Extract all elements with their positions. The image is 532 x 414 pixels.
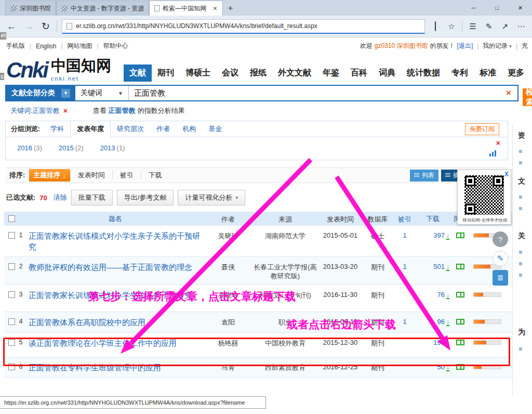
read-online-icon[interactable] bbox=[456, 292, 464, 297]
remove-filter-icon[interactable]: × bbox=[63, 107, 68, 115]
result-title-link[interactable]: 正面管教在专科学生班级管理中的应用 bbox=[26, 362, 204, 373]
share-icon[interactable]: ↗ bbox=[499, 22, 511, 31]
tab-shenzhen-library[interactable]: 深圳图书馆 bbox=[5, 1, 56, 16]
cited-count-link[interactable] bbox=[393, 290, 416, 291]
feedback-pencil-icon[interactable]: ✎ bbox=[493, 251, 508, 266]
read-online-icon[interactable] bbox=[456, 340, 464, 345]
facet-tab-fund[interactable]: 基金 bbox=[202, 121, 228, 137]
search-button[interactable]: 检索 bbox=[523, 88, 532, 106]
header-database[interactable]: 数据库 bbox=[362, 214, 393, 224]
author-link[interactable]: 聂侠 bbox=[204, 262, 252, 272]
tab-cnki-search[interactable]: 检索—中国知网 ✕ bbox=[149, 1, 222, 16]
year-link[interactable]: 2015 bbox=[59, 144, 74, 152]
metrics-analysis-button[interactable]: 计量可视化分析 ▾ bbox=[178, 190, 245, 205]
read-cell[interactable] bbox=[449, 290, 471, 297]
mobile-version-link[interactable]: 手机版 bbox=[6, 42, 25, 50]
help-center-link[interactable]: 帮助中心 bbox=[92, 42, 128, 50]
nav-item-literature[interactable]: 文献 bbox=[124, 64, 152, 82]
english-link[interactable]: English bbox=[25, 43, 56, 50]
sort-by-cited[interactable]: 被引 bbox=[112, 171, 141, 180]
author-link[interactable]: 吴晓玲 bbox=[204, 290, 252, 300]
read-online-icon[interactable] bbox=[456, 264, 464, 269]
read-online-icon[interactable] bbox=[456, 232, 464, 238]
forward-button[interactable]: → bbox=[22, 21, 35, 32]
close-tab-icon[interactable]: ✕ bbox=[212, 5, 217, 12]
nav-item-conferences[interactable]: 会议 bbox=[216, 64, 244, 82]
nav-item-yearbooks[interactable]: 年鉴 bbox=[317, 64, 345, 82]
read-cell[interactable] bbox=[449, 362, 471, 370]
nav-item-statistics[interactable]: 统计数据 bbox=[401, 64, 446, 82]
header-source[interactable]: 来源 bbox=[252, 214, 318, 224]
cnki-logo[interactable]: Cnki 中国知网 cnki.net bbox=[6, 58, 124, 83]
new-tab-button[interactable]: + bbox=[223, 1, 238, 16]
result-title-link[interactable]: 教师批评权的有效运用——基于正面管教的理念 bbox=[26, 262, 204, 273]
result-title-link[interactable]: 正面管教家长训练模式对小学生亲子关系的干预研究 bbox=[26, 230, 204, 252]
read-cell[interactable] bbox=[449, 230, 471, 238]
author-link[interactable]: 袁阳 bbox=[204, 317, 252, 327]
source-link[interactable]: 西部素质教育 bbox=[252, 362, 318, 372]
read-cell[interactable] bbox=[449, 338, 471, 345]
cited-count-link[interactable]: 1 bbox=[393, 317, 416, 326]
cited-count-link[interactable] bbox=[393, 338, 416, 339]
rail-item[interactable]: 关 bbox=[518, 231, 525, 241]
clear-selection-link[interactable]: 清除 bbox=[54, 193, 67, 202]
category-dropdown[interactable]: 文献全部分类 ▼ bbox=[6, 86, 75, 100]
field-select[interactable]: 关键词 ▼ bbox=[75, 86, 129, 100]
read-online-icon[interactable] bbox=[456, 319, 464, 325]
header-title[interactable]: 题名 bbox=[26, 213, 204, 224]
clear-search-icon[interactable]: × bbox=[506, 88, 511, 98]
sitemap-link[interactable]: 网站地图 bbox=[56, 42, 92, 50]
source-link[interactable]: 职业 bbox=[252, 317, 318, 327]
web-note-icon[interactable]: ✎ bbox=[483, 22, 495, 31]
download-cell[interactable]: 195↓ bbox=[416, 338, 449, 347]
source-link[interactable]: 长春工业大学学报(高教研究版) bbox=[252, 262, 318, 280]
more-icon[interactable]: ⋯ bbox=[515, 22, 527, 31]
header-downloads[interactable]: 下载 bbox=[416, 214, 449, 224]
year-facet[interactable]: 2016(3) bbox=[17, 144, 42, 152]
download-cell[interactable]: 501↓ bbox=[416, 262, 449, 271]
cited-count-link[interactable]: 1 bbox=[393, 262, 416, 270]
nav-item-journals[interactable]: 期刊 bbox=[152, 64, 180, 82]
tab-chinese-resources[interactable]: 中文资源 - 数字资源 - 资源 bbox=[56, 1, 149, 16]
favorite-star-icon[interactable]: ☆ bbox=[446, 22, 457, 31]
back-button[interactable]: ← bbox=[5, 21, 18, 32]
sort-by-downloads[interactable]: 下载 bbox=[141, 171, 169, 180]
select-all-checkbox[interactable] bbox=[8, 215, 15, 222]
cited-count-link[interactable] bbox=[393, 362, 416, 363]
clipboard-list-icon[interactable]: ≣ bbox=[493, 270, 508, 286]
minimize-button[interactable]: ─ bbox=[462, 0, 485, 16]
read-cell[interactable] bbox=[449, 317, 471, 325]
row-checkbox[interactable] bbox=[8, 364, 15, 370]
result-title-link[interactable]: 谈正面管教理论在小学班主任工作中的应用 bbox=[26, 338, 204, 348]
close-button[interactable]: ✕ bbox=[509, 0, 532, 16]
index-analysis-term[interactable]: 正面管教 bbox=[109, 106, 136, 115]
address-bar[interactable]: er.szlib.org.cn/rwt/331/http/NNYHGLUDN3W… bbox=[62, 19, 425, 34]
free-subscribe-button[interactable]: 免费订阅 bbox=[465, 123, 499, 135]
my-records-menu[interactable]: 我的记录 bbox=[483, 42, 512, 50]
download-cell[interactable]: 50↓ bbox=[416, 362, 449, 371]
author-link[interactable]: 吴晓玲 bbox=[204, 230, 252, 241]
logout-link[interactable]: [退出] bbox=[457, 42, 473, 50]
sort-by-date[interactable]: 发表时间 bbox=[70, 171, 112, 180]
header-date[interactable]: 发表时间 bbox=[318, 214, 362, 224]
facet-tab-subject[interactable]: 学科 bbox=[44, 121, 70, 137]
row-checkbox[interactable] bbox=[8, 263, 15, 270]
row-checkbox[interactable] bbox=[8, 232, 15, 239]
header-cited[interactable]: 被引 bbox=[393, 214, 416, 224]
row-checkbox[interactable] bbox=[8, 339, 15, 346]
facet-tab-author[interactable]: 作者 bbox=[150, 121, 176, 137]
rail-item[interactable]: 文 bbox=[518, 177, 525, 186]
rail-item[interactable]: 资 bbox=[518, 131, 525, 140]
source-link[interactable]: 湖南师范大学 bbox=[252, 230, 318, 240]
batch-download-button[interactable]: 批量下载 bbox=[71, 190, 113, 205]
year-link[interactable]: 2016 bbox=[17, 144, 32, 152]
hub-icon[interactable]: ☰ bbox=[467, 22, 478, 31]
nav-item-standards[interactable]: 标准 bbox=[474, 64, 502, 82]
search-input[interactable] bbox=[129, 86, 506, 100]
facet-tab-year[interactable]: 发表年度 bbox=[70, 121, 111, 138]
read-online-icon[interactable] bbox=[456, 364, 464, 370]
header-author[interactable]: 作者 bbox=[204, 214, 252, 224]
year-facet[interactable]: 2013(1) bbox=[100, 144, 125, 152]
nav-item-newspapers[interactable]: 报纸 bbox=[244, 64, 272, 82]
close-facet-icon[interactable]: × bbox=[496, 139, 500, 147]
